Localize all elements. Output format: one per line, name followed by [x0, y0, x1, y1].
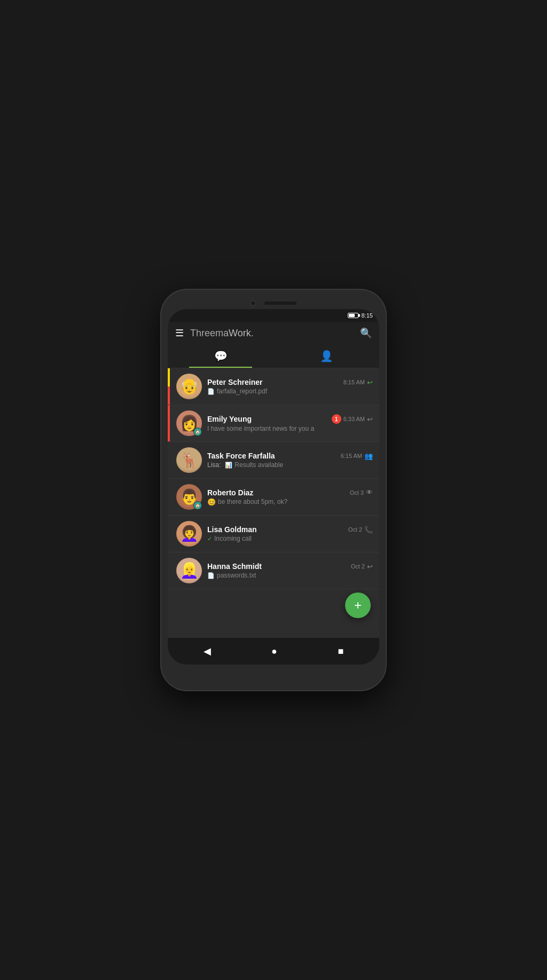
conv-name-roberto: Roberto Diaz [207, 488, 253, 497]
conv-content-peter: Peter Schreiner 8:15 AM ↩ 📄 farfalla_rep… [207, 378, 373, 395]
nav-home-button[interactable]: ● [271, 646, 277, 657]
conv-preview-emily: I have some important news for you a [207, 425, 373, 432]
status-time: 8:15 [362, 312, 373, 319]
group-icon-task: 👥 [364, 452, 373, 460]
tab-contacts[interactable]: 👤 [274, 344, 379, 368]
app-title: ThreemaWork. [190, 328, 354, 339]
conv-content-emily: Emily Yeung 1 6:33 AM ↩ I have some impo… [207, 414, 373, 432]
list-item[interactable]: 👱‍♀️ Hanna Schmidt Oct 2 ↩ 📄 passwords.t… [168, 552, 379, 589]
checkmark-lisa: ✓ [207, 535, 212, 542]
conv-time-hanna: Oct 2 [351, 563, 365, 570]
conv-time-peter: 8:15 AM [343, 379, 365, 385]
bar-chart-icon-task: 📊 [225, 462, 232, 469]
preview-prefix-task: Lisa: [207, 461, 221, 469]
conv-meta-roberto: Oct 3 👁 [350, 488, 373, 496]
avatar-container-peter: 👴 [176, 374, 202, 399]
conv-name-lisa: Lisa Goldman [207, 525, 257, 534]
conv-content-task: Task Force Farfalla 6:15 AM 👥 Lisa: 📊 Re… [207, 452, 373, 469]
conv-preview-lisa: ✓ Incoming call [207, 535, 373, 542]
nav-recent-button[interactable]: ■ [338, 646, 343, 657]
home-badge-roberto: 🏠 [193, 501, 202, 510]
camera [251, 301, 256, 306]
app-name-bold: Threema [190, 328, 229, 338]
nav-back-button[interactable]: ◀ [204, 645, 211, 657]
conv-time-emily: 6:33 AM [343, 416, 365, 422]
conv-meta-lisa: Oct 2 📞 [348, 526, 373, 534]
reply-icon-hanna: ↩ [367, 563, 373, 571]
avatar-container-hanna: 👱‍♀️ [176, 558, 202, 583]
status-bar: 8:15 [168, 309, 379, 322]
conv-header-task: Task Force Farfalla 6:15 AM 👥 [207, 452, 373, 460]
conv-time-roberto: Oct 3 [350, 489, 364, 496]
color-bar-peter [168, 368, 170, 405]
conv-name-peter: Peter Schreiner [207, 378, 263, 386]
list-item[interactable]: 👩‍🦱 Lisa Goldman Oct 2 📞 ✓ Incoming call [168, 516, 379, 552]
phone-frame: 8:15 ☰ ThreemaWork. 🔍 💬 👤 [161, 290, 386, 690]
unread-badge-emily: 1 [332, 414, 341, 424]
call-icon-lisa: 📞 [364, 526, 373, 534]
phone-top-bar [168, 296, 379, 309]
fab-spacer: + [168, 589, 379, 627]
list-item[interactable]: 👴 Peter Schreiner 8:15 AM ↩ 📄 farfalla_r… [168, 368, 379, 405]
conv-name-emily: Emily Yeung [207, 415, 252, 423]
conv-preview-task: Lisa: 📊 Results available [207, 461, 373, 469]
chats-tab-icon: 💬 [214, 350, 228, 362]
conv-header-roberto: Roberto Diaz Oct 3 👁 [207, 488, 373, 497]
reply-icon-emily: ↩ [367, 415, 373, 423]
avatar-container-roberto: 👨 🏠 [176, 484, 202, 510]
home-badge-emily: 🏠 [193, 428, 202, 436]
fab-button[interactable]: + [345, 592, 371, 618]
conv-preview-roberto: 😊 be there about 5pm, ok? [207, 498, 373, 506]
color-bar-emily [168, 405, 170, 441]
avatar-container-lisa: 👩‍🦱 [176, 521, 202, 547]
conv-header-emily: Emily Yeung 1 6:33 AM ↩ [207, 414, 373, 424]
phone-screen: 8:15 ☰ ThreemaWork. 🔍 💬 👤 [168, 309, 379, 665]
conv-time-task: 6:15 AM [341, 453, 362, 459]
battery-icon [348, 313, 358, 318]
app-name-light: Work [229, 328, 251, 338]
hamburger-icon[interactable]: ☰ [175, 327, 184, 339]
conv-meta-task: 6:15 AM 👥 [341, 452, 373, 460]
conv-meta-peter: 8:15 AM ↩ [343, 378, 373, 386]
conv-header-lisa: Lisa Goldman Oct 2 📞 [207, 525, 373, 534]
avatar-container-task: 🦌 [176, 447, 202, 473]
avatar-lisa: 👩‍🦱 [176, 521, 202, 547]
conv-preview-hanna: 📄 passwords.txt [207, 572, 373, 579]
file-icon-peter: 📄 [207, 388, 215, 395]
tab-chats[interactable]: 💬 [168, 344, 274, 368]
conv-preview-peter: 📄 farfalla_report.pdf [207, 388, 373, 395]
conv-meta-hanna: Oct 2 ↩ [351, 563, 373, 571]
conv-header-hanna: Hanna Schmidt Oct 2 ↩ [207, 562, 373, 571]
emoji-roberto: 😊 [207, 498, 216, 506]
speaker [264, 302, 296, 305]
conv-name-hanna: Hanna Schmidt [207, 562, 262, 571]
conv-content-hanna: Hanna Schmidt Oct 2 ↩ 📄 passwords.txt [207, 562, 373, 579]
list-item[interactable]: 🦌 Task Force Farfalla 6:15 AM 👥 Lisa: 📊 … [168, 442, 379, 479]
conv-header-peter: Peter Schreiner 8:15 AM ↩ [207, 378, 373, 386]
search-icon[interactable]: 🔍 [360, 327, 372, 339]
list-item[interactable]: 👩 🏠 Emily Yeung 1 6:33 AM ↩ I have some … [168, 405, 379, 442]
battery-fill [349, 314, 355, 317]
conversation-list[interactable]: 👴 Peter Schreiner 8:15 AM ↩ 📄 farfalla_r… [168, 368, 379, 638]
file-icon-hanna: 📄 [207, 572, 215, 579]
app-header: ☰ ThreemaWork. 🔍 [168, 322, 379, 344]
nav-bar: ◀ ● ■ [168, 638, 379, 665]
app-title-dot: . [251, 328, 254, 338]
status-icons: 8:15 [348, 312, 373, 319]
list-item[interactable]: 👨 🏠 Roberto Diaz Oct 3 👁 😊 be there abou… [168, 479, 379, 516]
conv-meta-emily: 1 6:33 AM ↩ [332, 414, 373, 424]
avatar-hanna: 👱‍♀️ [176, 558, 202, 583]
avatar-container-emily: 👩 🏠 [176, 410, 202, 436]
avatar-task: 🦌 [176, 447, 202, 473]
conv-content-lisa: Lisa Goldman Oct 2 📞 ✓ Incoming call [207, 525, 373, 542]
conv-time-lisa: Oct 2 [348, 526, 362, 533]
contacts-tab-icon: 👤 [320, 350, 333, 362]
conv-name-task: Task Force Farfalla [207, 452, 275, 460]
tabs: 💬 👤 [168, 344, 379, 368]
reply-icon-peter: ↩ [367, 378, 373, 386]
eye-icon-roberto: 👁 [366, 488, 373, 496]
avatar-peter: 👴 [176, 374, 202, 399]
conv-content-roberto: Roberto Diaz Oct 3 👁 😊 be there about 5p… [207, 488, 373, 506]
